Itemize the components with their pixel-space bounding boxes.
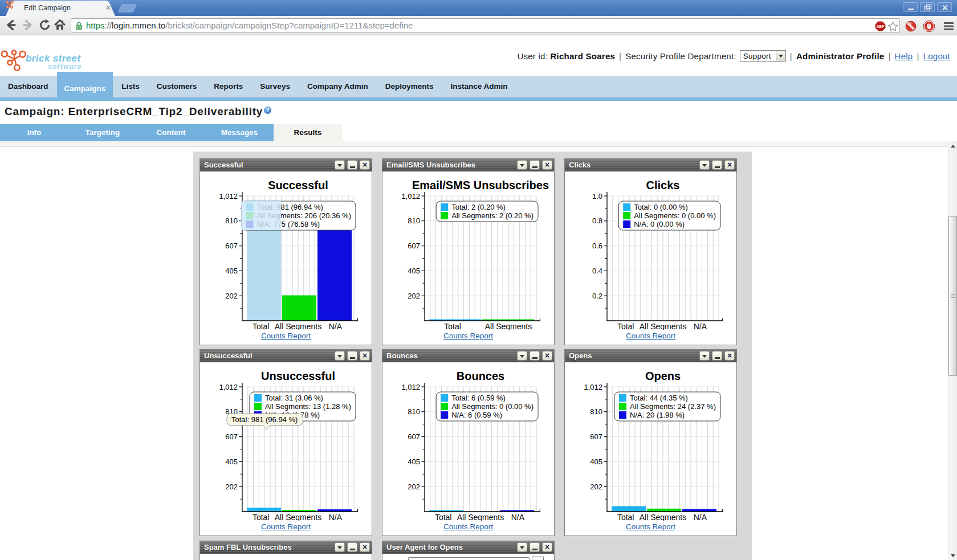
svg-text:All Segments: All Segments [275, 322, 321, 330]
counts-report-link[interactable]: Counts Report [382, 522, 554, 531]
nav-item-reports[interactable]: Reports [205, 76, 251, 97]
reload-button[interactable] [38, 18, 52, 32]
portlet-minimize-button[interactable] [530, 542, 540, 552]
portlet-close-button[interactable]: × [542, 542, 552, 552]
chart-opens: 2024056078101,012TotalAll SegmentsN/AOpe… [565, 362, 736, 521]
tab-results[interactable]: Results [274, 124, 342, 141]
page-scrollbar[interactable] [948, 141, 957, 560]
nav-item-deployments[interactable]: Deployments [377, 76, 442, 97]
scrollbar-up-arrow[interactable] [948, 141, 957, 150]
portlet-titlebar-successful[interactable]: Successful× [200, 159, 372, 171]
ssl-lock-icon[interactable] [75, 22, 83, 30]
svg-text:202: 202 [590, 483, 602, 491]
counts-report-link[interactable]: Counts Report [200, 332, 372, 340]
portlet-collapse-button[interactable] [517, 542, 527, 552]
portlet-titlebar-user_agent_for_opens[interactable]: User Agent for Opens× [382, 541, 554, 554]
adblock-abp-icon[interactable]: ABP [875, 21, 886, 31]
tab-close-icon[interactable]: ✕ [104, 3, 113, 13]
portlet-minimize-button[interactable] [530, 160, 540, 170]
portlet-collapse-button[interactable] [517, 351, 527, 361]
web-page: brick street software User id: Richard S… [0, 36, 957, 560]
portlet-close-button[interactable]: × [360, 351, 370, 361]
help-link[interactable]: Help [895, 51, 913, 61]
browser-tab[interactable]: Edit Campaign ✕ [6, 1, 115, 16]
portlet-minimize-button[interactable] [347, 160, 357, 170]
portlet-collapse-button[interactable] [699, 351, 710, 361]
counts-report-link[interactable]: Counts Report [200, 522, 372, 531]
user-name: Richard Soares [551, 51, 616, 61]
portlet-collapse-button[interactable] [517, 160, 527, 170]
window-minimize-button[interactable] [903, 2, 918, 12]
portlet-minimize-button[interactable] [712, 160, 722, 170]
svg-text:N/A: N/A [329, 322, 343, 330]
portlet-close-button[interactable]: × [360, 160, 370, 170]
stop-hand-icon[interactable] [923, 21, 935, 32]
svg-text:All Segments: 24 (2.37 %): All Segments: 24 (2.37 %) [630, 402, 716, 411]
blocked-circle-icon[interactable] [905, 21, 917, 32]
svg-text:Total: Total [435, 513, 452, 521]
portlet-collapse-button[interactable] [335, 351, 345, 361]
url-bar[interactable]: https://login.mmen.to/brickst/campaign/c… [71, 18, 900, 33]
svg-text:810: 810 [408, 407, 420, 416]
portlet-unsuccessful: Unsuccessful×2024056078101,012TotalAll S… [199, 349, 372, 536]
nav-item-lists[interactable]: Lists [113, 76, 148, 97]
svg-text:Total: 2 (0.20 %): Total: 2 (0.20 %) [451, 203, 506, 211]
svg-text:Total: 6 (0.59 %): Total: 6 (0.59 %) [451, 394, 506, 402]
logout-link[interactable]: Logout [923, 51, 950, 61]
portlet-collapse-button[interactable] [335, 160, 345, 170]
counts-report-link[interactable]: Counts Report [565, 522, 736, 531]
svg-text:1,012: 1,012 [401, 192, 420, 201]
portlet-titlebar-opens[interactable]: Opens× [565, 350, 736, 362]
forward-button[interactable] [21, 18, 35, 32]
portlet-minimize-button[interactable] [712, 351, 722, 361]
portlet-opens: Opens×2024056078101,012TotalAll Segments… [564, 349, 737, 536]
nav-item-instance-admin[interactable]: Instance Admin [442, 76, 516, 97]
scrollbar-thumb[interactable] [948, 216, 957, 376]
select-arrow-icon[interactable] [776, 51, 785, 61]
svg-text:All Segments: All Segments [640, 513, 686, 521]
portlet-close-button[interactable]: × [542, 160, 552, 170]
svg-text:All Segments: All Segments [485, 322, 532, 330]
portlet-close-button[interactable]: × [724, 160, 735, 170]
portlet-titlebar-bounces[interactable]: Bounces× [382, 350, 554, 362]
menu-hamburger-icon[interactable] [943, 22, 954, 31]
nav-item-surveys[interactable]: Surveys [251, 76, 299, 97]
tab-messages[interactable]: Messages [205, 124, 274, 141]
nav-item-company-admin[interactable]: Company Admin [299, 76, 377, 97]
department-select[interactable]: Support [740, 50, 786, 62]
portlet-minimize-button[interactable] [530, 351, 540, 361]
back-button[interactable] [3, 18, 18, 32]
tab-targeting[interactable]: Targeting [68, 124, 137, 141]
portlet-titlebar-email_sms_unsubscribes[interactable]: Email/SMS Unsubscribes× [382, 159, 554, 171]
portlet-collapse-button[interactable] [335, 542, 345, 552]
tab-content[interactable]: Content [137, 124, 205, 141]
portlet-titlebar-clicks[interactable]: Clicks× [565, 159, 736, 171]
svg-text:405: 405 [408, 457, 420, 466]
scrollbar-down-arrow[interactable] [948, 551, 957, 560]
portlet-titlebar-spam_fbl_unsubscribes[interactable]: Spam FBL Unsubscribes× [200, 541, 372, 554]
window-close-button[interactable] [937, 2, 952, 12]
portlet-minimize-button[interactable] [347, 542, 357, 552]
window-maximize-button[interactable] [920, 2, 935, 12]
nav-item-campaigns[interactable]: Campaigns [57, 72, 113, 97]
url-host: login.mmen.to [112, 21, 165, 30]
svg-text:1,012: 1,012 [219, 383, 238, 391]
portlet-close-button[interactable]: × [360, 542, 370, 552]
bookmark-star-icon[interactable] [887, 21, 898, 31]
tab-info[interactable]: Info [0, 124, 68, 141]
portlet-titlebar-unsuccessful[interactable]: Unsuccessful× [200, 350, 372, 362]
portlet-minimize-button[interactable] [347, 351, 357, 361]
counts-report-link[interactable]: Counts Report [565, 332, 736, 340]
help-question-icon[interactable]: ? [264, 107, 271, 114]
portlet-collapse-button[interactable] [699, 160, 710, 170]
portlet-successful: Successful×2024056078101,012TotalAll Seg… [199, 158, 372, 345]
counts-report-link[interactable]: Counts Report [382, 332, 554, 340]
portlet-close-button[interactable]: × [542, 351, 552, 361]
url-text[interactable]: https://login.mmen.to/brickst/campaign/c… [86, 21, 413, 30]
new-tab-button[interactable] [118, 4, 137, 13]
svg-text:All Segments: All Segments [640, 322, 686, 330]
nav-item-customers[interactable]: Customers [148, 76, 206, 97]
nav-item-dashboard[interactable]: Dashboard [0, 76, 57, 97]
portlet-close-button[interactable]: × [724, 351, 735, 361]
home-button[interactable] [52, 18, 67, 32]
